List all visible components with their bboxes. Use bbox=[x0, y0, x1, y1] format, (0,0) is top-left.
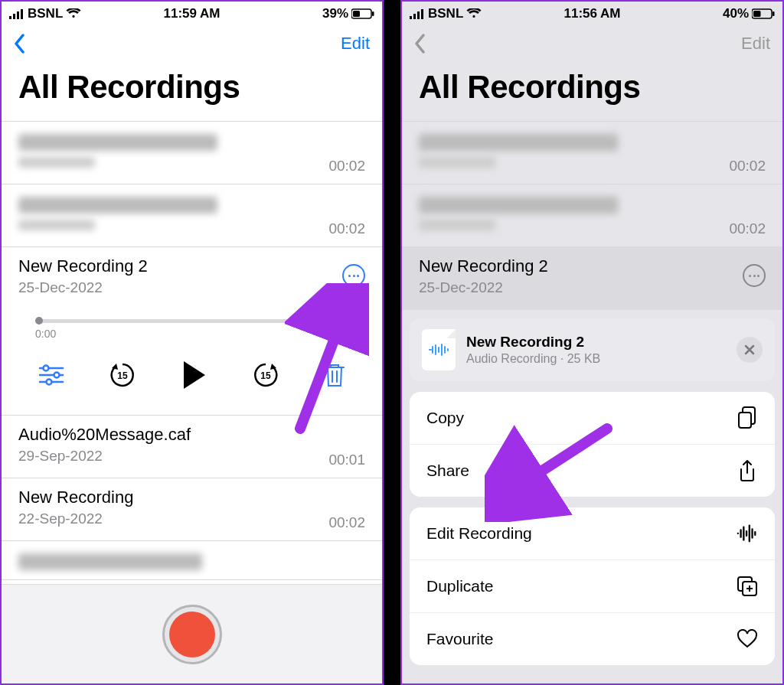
recording-row-partial[interactable] bbox=[2, 541, 382, 580]
svg-point-8 bbox=[44, 366, 49, 371]
recording-sub-redacted bbox=[18, 220, 95, 230]
recording-duration: 00:02 bbox=[729, 220, 766, 237]
edit-button[interactable]: Edit bbox=[341, 34, 370, 54]
svg-rect-5 bbox=[353, 11, 360, 17]
status-bar: BSNL 11:56 AM 40% bbox=[402, 2, 782, 26]
back-button[interactable] bbox=[414, 34, 426, 54]
recording-duration: 00:02 bbox=[328, 514, 365, 531]
share-icon bbox=[737, 460, 758, 481]
battery-icon bbox=[351, 8, 374, 19]
recording-row[interactable]: 00:02 bbox=[2, 184, 382, 247]
screen-left: BSNL 11:59 AM 39% Edit All Recordings 00… bbox=[0, 0, 384, 685]
more-options-button[interactable] bbox=[342, 264, 365, 287]
recording-date: 22-Sep-2022 bbox=[18, 510, 365, 527]
menu-label: Duplicate bbox=[426, 577, 494, 595]
copy-icon bbox=[737, 407, 758, 429]
delete-trash-button[interactable] bbox=[324, 363, 345, 387]
page-title: All Recordings bbox=[402, 61, 782, 121]
svg-rect-22 bbox=[739, 413, 751, 428]
options-sliders-button[interactable] bbox=[38, 364, 64, 386]
recording-sub-redacted bbox=[18, 157, 95, 168]
edit-button[interactable]: Edit bbox=[741, 34, 770, 54]
menu-duplicate[interactable]: Duplicate bbox=[410, 560, 775, 613]
menu-edit-recording[interactable]: Edit Recording bbox=[410, 507, 775, 560]
recording-row-selected[interactable]: New Recording 2 25-Dec-2022 bbox=[402, 247, 782, 310]
player: 0:00 –0:03 15 15 bbox=[18, 296, 365, 415]
play-button[interactable] bbox=[181, 360, 208, 390]
record-button[interactable] bbox=[162, 605, 222, 664]
nav-bar: Edit bbox=[2, 26, 382, 61]
back-button[interactable] bbox=[14, 34, 26, 54]
clock-label: 11:56 AM bbox=[531, 6, 653, 21]
svg-rect-18 bbox=[421, 9, 423, 19]
recording-title-redacted bbox=[18, 197, 217, 214]
svg-point-12 bbox=[47, 380, 52, 385]
recording-row[interactable]: Audio%20Message.caf 29-Sep-2022 00:01 bbox=[2, 416, 382, 478]
status-bar: BSNL 11:59 AM 39% bbox=[2, 2, 382, 26]
recording-row[interactable]: 00:02 bbox=[2, 122, 382, 184]
menu-label: Edit Recording bbox=[426, 524, 532, 543]
svg-text:15: 15 bbox=[261, 370, 272, 381]
svg-rect-0 bbox=[9, 16, 11, 19]
svg-rect-2 bbox=[17, 11, 19, 19]
more-options-button[interactable] bbox=[743, 264, 766, 287]
menu-favourite[interactable]: Favourite bbox=[410, 613, 775, 665]
recording-title-redacted bbox=[419, 134, 618, 151]
audio-file-icon bbox=[422, 329, 456, 370]
sheet-file-subtitle: Audio Recording · 25 KB bbox=[466, 352, 600, 366]
action-sheet: New Recording 2 Audio Recording · 25 KB … bbox=[402, 311, 782, 683]
battery-label: 39% bbox=[322, 6, 348, 21]
recording-duration: 00:02 bbox=[729, 158, 766, 175]
svg-rect-6 bbox=[372, 11, 374, 16]
recording-title: New Recording 2 bbox=[419, 256, 766, 276]
recording-title-redacted bbox=[18, 553, 202, 570]
battery-label: 40% bbox=[723, 6, 749, 21]
close-sheet-button[interactable] bbox=[737, 337, 763, 363]
recording-date: 25-Dec-2022 bbox=[419, 279, 766, 296]
clock-label: 11:59 AM bbox=[131, 6, 253, 21]
sheet-header: New Recording 2 Audio Recording · 25 KB bbox=[410, 318, 775, 381]
menu-label: Favourite bbox=[426, 630, 494, 648]
waveform-icon bbox=[737, 523, 758, 544]
recording-row-selected[interactable]: New Recording 2 25-Dec-2022 0:00 –0:03 1… bbox=[2, 247, 382, 416]
recording-date: 29-Sep-2022 bbox=[18, 448, 365, 465]
menu-label: Copy bbox=[426, 409, 464, 427]
recording-title-redacted bbox=[18, 134, 217, 151]
carrier-label: BSNL bbox=[28, 6, 63, 21]
wifi-icon bbox=[66, 8, 81, 19]
svg-rect-20 bbox=[753, 11, 761, 17]
skip-back-15-button[interactable]: 15 bbox=[108, 360, 137, 390]
sheet-file-title: New Recording 2 bbox=[466, 334, 600, 351]
recording-sub-redacted bbox=[419, 157, 495, 168]
wifi-icon bbox=[466, 8, 482, 19]
skip-forward-15-button[interactable]: 15 bbox=[251, 360, 280, 390]
recording-date: 25-Dec-2022 bbox=[18, 279, 365, 296]
duplicate-icon bbox=[737, 576, 758, 597]
page-title: All Recordings bbox=[2, 61, 382, 121]
menu-copy[interactable]: Copy bbox=[410, 392, 775, 445]
recording-row[interactable]: New Recording 22-Sep-2022 00:02 bbox=[2, 478, 382, 541]
svg-text:15: 15 bbox=[117, 370, 128, 381]
svg-point-10 bbox=[54, 373, 60, 378]
svg-rect-21 bbox=[773, 11, 775, 16]
scrubber[interactable] bbox=[35, 319, 348, 323]
record-footer bbox=[2, 584, 382, 683]
recording-duration: 00:01 bbox=[328, 452, 365, 468]
time-remaining: –0:03 bbox=[322, 328, 348, 340]
recording-row[interactable]: 00:02 bbox=[402, 122, 782, 184]
svg-rect-17 bbox=[417, 11, 420, 19]
menu-group: Edit Recording Duplicate Favourite bbox=[410, 507, 775, 665]
recording-title-redacted bbox=[419, 197, 618, 214]
svg-rect-16 bbox=[413, 14, 416, 19]
recording-row[interactable]: 00:02 bbox=[402, 184, 782, 247]
time-elapsed: 0:00 bbox=[35, 328, 56, 340]
svg-rect-1 bbox=[13, 14, 15, 19]
svg-rect-3 bbox=[21, 9, 23, 19]
svg-rect-15 bbox=[410, 16, 412, 19]
signal-icon bbox=[410, 8, 425, 19]
signal-icon bbox=[9, 8, 24, 19]
menu-share[interactable]: Share bbox=[410, 445, 775, 497]
screen-right: BSNL 11:56 AM 40% Edit All Recordings 00… bbox=[400, 0, 784, 685]
battery-icon bbox=[752, 8, 775, 19]
recording-title: Audio%20Message.caf bbox=[18, 425, 365, 445]
